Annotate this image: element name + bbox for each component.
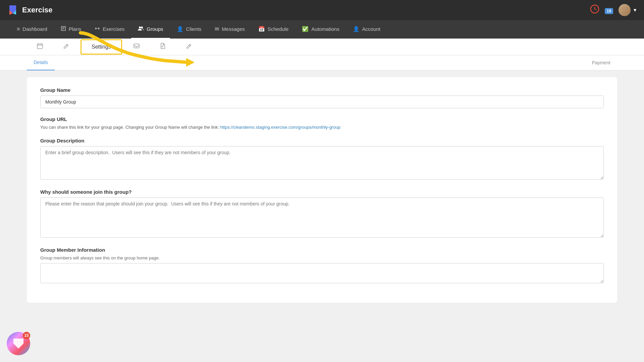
group-url-field: Group URL You can share this link for yo… — [40, 116, 604, 130]
nav-schedule-label: Schedule — [268, 26, 289, 32]
sub-tab-messages[interactable] — [123, 39, 150, 55]
nav-dashboard-label: Dashboard — [22, 26, 47, 32]
form-card: Group Name Group URL You can share this … — [27, 77, 617, 303]
group-url-link[interactable]: https://cleandemo.staging.exercise.com/g… — [220, 125, 340, 130]
tab-details[interactable]: Details — [27, 55, 55, 70]
nav-exercises[interactable]: Exercises — [88, 20, 131, 39]
calendar-tab-icon — [37, 43, 43, 50]
nav-exercises-label: Exercises — [103, 26, 124, 32]
group-name-input[interactable] — [40, 96, 604, 108]
nav-account[interactable]: 👤 Account — [346, 20, 387, 39]
user-avatar — [619, 4, 631, 16]
tab-details-label: Details — [34, 60, 48, 65]
why-join-label: Why should someone join this group? — [40, 189, 604, 195]
nav-dashboard[interactable]: ≡ Dashboard — [10, 20, 54, 39]
tab-payment[interactable]: Payment — [585, 55, 617, 70]
why-join-input[interactable] — [40, 197, 604, 238]
svg-rect-7 — [98, 27, 99, 29]
nav-plans[interactable]: Plans — [54, 20, 88, 39]
svg-rect-8 — [96, 28, 98, 28]
clients-icon: 👤 — [177, 26, 183, 32]
group-name-label: Group Name — [40, 87, 604, 93]
svg-point-9 — [139, 26, 141, 28]
nav-messages-label: Messages — [222, 26, 245, 32]
nav-automations-label: Automations — [311, 26, 339, 32]
top-bar-actions: 19 ▼ — [590, 4, 637, 16]
nav-automations[interactable]: ✅ Automations — [295, 20, 346, 39]
messages-icon: ✉ — [215, 26, 219, 32]
member-info-input[interactable] — [40, 263, 604, 283]
top-bar: Exercise 19 ▼ — [0, 0, 644, 20]
member-info-description: Group members will always see this on th… — [40, 255, 604, 260]
document-tab-icon — [160, 43, 166, 50]
nav-groups[interactable]: Groups — [131, 20, 170, 39]
sub-tab-edit2[interactable] — [176, 39, 202, 55]
nav-messages[interactable]: ✉ Messages — [208, 20, 251, 39]
avatar-chevron: ▼ — [633, 7, 637, 13]
main-content: Group Name Group URL You can share this … — [0, 70, 644, 362]
member-info-field: Group Member Information Group members w… — [40, 247, 604, 285]
nav-bar: ≡ Dashboard Plans Exe — [0, 20, 644, 39]
member-info-label: Group Member Information — [40, 247, 604, 253]
group-description-label: Group Description — [40, 138, 604, 143]
sub-tab-edit1[interactable] — [53, 39, 79, 55]
svg-rect-11 — [37, 44, 43, 49]
svg-rect-6 — [96, 27, 96, 29]
notification-badge: 19 — [605, 8, 613, 14]
plans-icon — [61, 26, 66, 33]
dashboard-icon: ≡ — [17, 26, 20, 32]
nav-clients-label: Clients — [186, 26, 202, 32]
sub-tab-settings[interactable]: Settings — [80, 39, 122, 55]
svg-point-10 — [141, 26, 143, 28]
nav-clients[interactable]: 👤 Clients — [170, 20, 208, 39]
groups-icon — [138, 26, 144, 33]
notifications-icon[interactable]: 19 — [605, 6, 613, 14]
account-icon: 👤 — [353, 26, 360, 32]
settings-tab-label: Settings — [92, 44, 111, 50]
svg-rect-4 — [95, 28, 96, 29]
svg-rect-5 — [99, 28, 100, 29]
bottom-badge[interactable]: 15 — [7, 332, 30, 355]
schedule-icon: 📅 — [258, 26, 265, 32]
group-url-label: Group URL — [40, 116, 604, 122]
bottom-badge-icon — [12, 337, 25, 350]
sub-tabs-bar: Settings — [0, 39, 644, 55]
sub-tab-calendar[interactable] — [27, 39, 53, 55]
why-join-field: Why should someone join this group? — [40, 189, 604, 239]
edit1-tab-icon — [63, 43, 69, 50]
edit2-tab-icon — [186, 43, 192, 50]
timer-icon[interactable] — [590, 4, 599, 16]
automations-icon: ✅ — [302, 26, 309, 32]
page-tabs-bar: Details Payment — [0, 55, 644, 70]
bottom-badge-count: 15 — [23, 332, 30, 339]
nav-groups-label: Groups — [147, 26, 163, 32]
nav-plans-label: Plans — [69, 26, 82, 32]
app-logo — [7, 4, 19, 16]
logo-area: Exercise — [7, 4, 53, 16]
group-name-field: Group Name — [40, 87, 604, 108]
exercises-icon — [95, 26, 100, 33]
sub-tab-document[interactable] — [150, 39, 176, 55]
tab-payment-label: Payment — [592, 60, 610, 65]
user-avatar-menu[interactable]: ▼ — [619, 4, 637, 16]
nav-schedule[interactable]: 📅 Schedule — [252, 20, 296, 39]
messages-tab-icon — [133, 43, 140, 50]
svg-marker-14 — [13, 339, 23, 349]
app-name: Exercise — [22, 6, 53, 14]
nav-account-label: Account — [362, 26, 380, 32]
group-description-input[interactable] — [40, 146, 604, 180]
group-url-description: You can share this link for your group p… — [40, 125, 604, 130]
group-description-field: Group Description — [40, 138, 604, 181]
